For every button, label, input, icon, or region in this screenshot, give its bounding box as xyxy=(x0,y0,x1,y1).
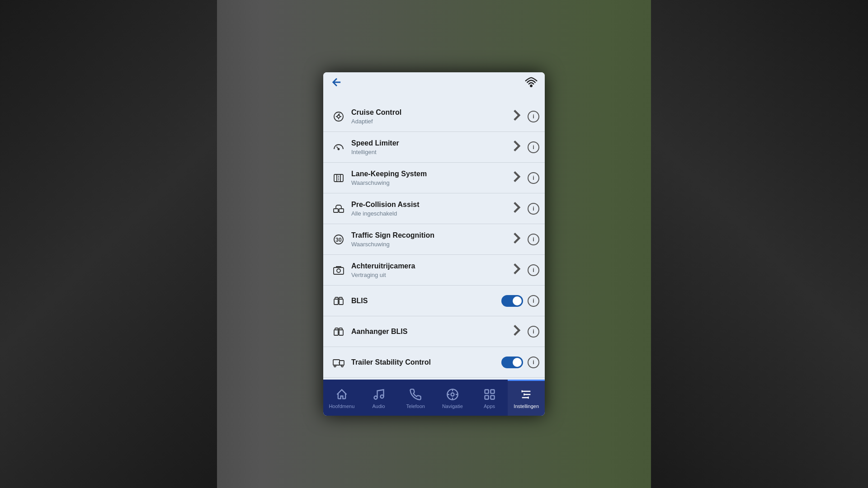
toggle-trailer-stability[interactable] xyxy=(501,357,523,368)
back-button[interactable] xyxy=(330,76,343,91)
list-item-trailer-stability[interactable]: Trailer Stability Controli xyxy=(323,347,545,378)
info-button-lane-keeping[interactable]: i xyxy=(528,172,539,184)
list-item-speed-limiter[interactable]: Speed LimiterIntelligenti xyxy=(323,132,545,163)
info-button-blis[interactable]: i xyxy=(528,295,539,307)
svg-rect-27 xyxy=(485,389,488,393)
svg-text:30: 30 xyxy=(335,237,342,243)
status-bar xyxy=(323,72,545,95)
nav-phone-icon xyxy=(409,388,422,403)
item-label-traffic-sign: Traffic Sign Recognition xyxy=(351,231,510,239)
svg-rect-18 xyxy=(340,361,344,365)
item-sublabel-backup-camera: Vertraging uit xyxy=(351,272,510,278)
item-sublabel-lane-keeping: Waarschuwing xyxy=(351,179,510,186)
nav-apps-icon xyxy=(483,388,496,403)
info-button-traffic-sign[interactable]: i xyxy=(528,234,539,245)
nav-music-icon xyxy=(373,388,385,403)
list-item-cruise-control[interactable]: Cruise ControlAdaptiefi xyxy=(323,101,545,132)
svg-point-12 xyxy=(337,269,340,272)
item-sublabel-traffic-sign: Waarschuwing xyxy=(351,241,510,248)
item-sublabel-speed-limiter: Intelligent xyxy=(351,149,510,155)
list-item-backup-camera[interactable]: AchteruitrijcameraVertraging uiti xyxy=(323,255,545,286)
blis-icon xyxy=(330,325,347,338)
svg-rect-28 xyxy=(491,389,494,393)
chevron-right-icon xyxy=(510,170,523,185)
chevron-right-icon xyxy=(510,109,523,124)
info-button-pre-collision[interactable]: i xyxy=(528,203,539,215)
infotainment-screen: Cruise ControlAdaptiefi Speed LimiterInt… xyxy=(323,72,545,416)
svg-point-0 xyxy=(530,85,532,87)
dashboard-right xyxy=(651,0,868,488)
svg-point-1 xyxy=(334,112,343,121)
item-sublabel-pre-collision: Alle ingeschakeld xyxy=(351,210,510,217)
nav-label-phone: Telefoon xyxy=(406,404,425,409)
nav-item-phone[interactable]: Telefoon xyxy=(397,380,434,416)
speed-icon xyxy=(330,141,347,154)
nav-settings-icon xyxy=(520,388,533,403)
item-label-backup-camera: Achteruitrijcamera xyxy=(351,262,510,270)
item-label-blis: BLIS xyxy=(351,296,501,305)
blis-icon xyxy=(330,295,347,307)
nav-label-settings: Instellingen xyxy=(514,404,539,409)
svg-rect-15 xyxy=(334,330,338,335)
svg-rect-14 xyxy=(339,299,343,305)
info-button-backup-camera[interactable]: i xyxy=(528,264,539,276)
item-label-pre-collision: Pre-Collision Assist xyxy=(351,200,510,209)
chevron-right-icon xyxy=(510,201,523,216)
list-item-blis[interactable]: BLISi xyxy=(323,286,545,316)
trailer-icon xyxy=(330,356,347,369)
dashboard-left xyxy=(0,0,217,488)
nav-item-apps[interactable]: Apps xyxy=(471,380,508,416)
svg-point-26 xyxy=(451,393,454,396)
nav-home-icon xyxy=(335,388,348,403)
nav-item-nav[interactable]: Navigatie xyxy=(434,380,471,416)
svg-rect-30 xyxy=(491,395,494,399)
nav-nav-icon xyxy=(446,388,459,403)
item-label-cruise-control: Cruise Control xyxy=(351,108,510,117)
svg-rect-16 xyxy=(339,330,343,335)
svg-rect-17 xyxy=(333,360,340,365)
svg-point-21 xyxy=(341,365,343,367)
nav-item-audio[interactable]: Audio xyxy=(360,380,397,416)
nav-item-settings[interactable]: Instellingen xyxy=(508,380,545,416)
info-button-aanhanger-blis[interactable]: i xyxy=(528,326,539,338)
lane-icon xyxy=(330,172,347,184)
trafficsign-icon: 30 xyxy=(330,233,347,246)
svg-rect-8 xyxy=(339,209,344,212)
item-sublabel-cruise-control: Adaptief xyxy=(351,118,510,125)
list-item-lane-keeping[interactable]: Lane-Keeping SystemWaarschuwingi xyxy=(323,163,545,193)
item-label-trailer-stability: Trailer Stability Control xyxy=(351,358,501,366)
nav-item-home[interactable]: Hoofdmenu xyxy=(323,380,360,416)
list-item-pre-collision[interactable]: Pre-Collision AssistAlle ingeschakeldi xyxy=(323,193,545,224)
item-label-speed-limiter: Speed Limiter xyxy=(351,139,510,147)
toggle-blis[interactable] xyxy=(501,295,523,307)
wifi-icon xyxy=(525,76,538,91)
page-title xyxy=(323,95,545,101)
svg-point-24 xyxy=(380,395,383,398)
list-item-traffic-sign[interactable]: 30 Traffic Sign RecognitionWaarschuwingi xyxy=(323,224,545,255)
info-button-trailer-stability[interactable]: i xyxy=(528,357,539,368)
nav-label-audio: Audio xyxy=(372,404,385,409)
collision-icon xyxy=(330,202,347,215)
chevron-right-icon xyxy=(510,263,523,277)
chevron-right-icon xyxy=(510,140,523,155)
svg-rect-7 xyxy=(334,209,338,212)
svg-point-23 xyxy=(374,396,377,399)
camera-icon xyxy=(330,264,347,277)
svg-point-20 xyxy=(334,365,336,367)
list-item-aanhanger-blis[interactable]: Aanhanger BLISi xyxy=(323,316,545,347)
item-label-aanhanger-blis: Aanhanger BLIS xyxy=(351,327,510,336)
nav-label-home: Hoofdmenu xyxy=(329,404,354,409)
info-button-cruise-control[interactable]: i xyxy=(528,111,539,122)
svg-rect-29 xyxy=(485,395,488,399)
chevron-right-icon xyxy=(510,232,523,247)
item-label-lane-keeping: Lane-Keeping System xyxy=(351,169,510,178)
nav-label-apps: Apps xyxy=(484,404,495,409)
settings-list: Cruise ControlAdaptiefi Speed LimiterInt… xyxy=(323,101,545,380)
svg-point-3 xyxy=(338,148,340,150)
cruise-icon xyxy=(330,110,347,123)
info-button-speed-limiter[interactable]: i xyxy=(528,141,539,153)
svg-rect-13 xyxy=(334,299,338,305)
bottom-navigation: HoofdmenuAudioTelefoonNavigatieAppsInste… xyxy=(323,380,545,416)
chevron-right-icon xyxy=(510,324,523,339)
nav-label-nav: Navigatie xyxy=(442,404,463,409)
